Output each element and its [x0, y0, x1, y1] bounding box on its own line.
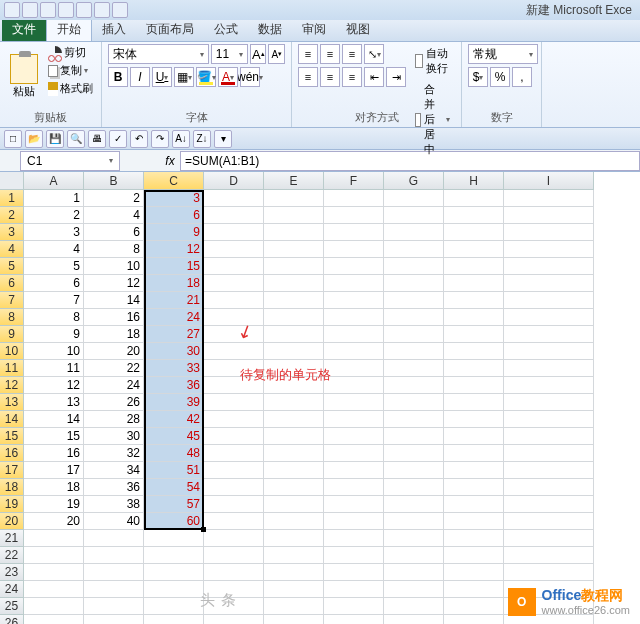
- cell[interactable]: [384, 343, 444, 360]
- cell[interactable]: 39: [144, 394, 204, 411]
- cell[interactable]: 12: [144, 241, 204, 258]
- cell[interactable]: [84, 615, 144, 624]
- cell[interactable]: [384, 190, 444, 207]
- font-name-select[interactable]: 宋体▾: [108, 44, 209, 64]
- cell[interactable]: [264, 258, 324, 275]
- cell[interactable]: [264, 428, 324, 445]
- cell[interactable]: 20: [24, 513, 84, 530]
- cell[interactable]: [384, 360, 444, 377]
- cell[interactable]: [504, 564, 594, 581]
- cell[interactable]: [444, 615, 504, 624]
- align-top-button[interactable]: ≡: [298, 44, 318, 64]
- cell[interactable]: [264, 547, 324, 564]
- cell[interactable]: 18: [24, 479, 84, 496]
- cell[interactable]: [264, 530, 324, 547]
- cell[interactable]: 16: [84, 309, 144, 326]
- cell[interactable]: [324, 207, 384, 224]
- cell[interactable]: [384, 377, 444, 394]
- cell[interactable]: [444, 360, 504, 377]
- cell[interactable]: [504, 547, 594, 564]
- cell[interactable]: [504, 292, 594, 309]
- row-header[interactable]: 4: [0, 241, 24, 258]
- cell[interactable]: 22: [84, 360, 144, 377]
- row-header[interactable]: 6: [0, 275, 24, 292]
- cell[interactable]: 11: [24, 360, 84, 377]
- cell[interactable]: [264, 241, 324, 258]
- increase-font-button[interactable]: A▴: [250, 44, 267, 64]
- cell[interactable]: 26: [84, 394, 144, 411]
- comma-button[interactable]: ,: [512, 67, 532, 87]
- cell[interactable]: [504, 496, 594, 513]
- cell[interactable]: [384, 547, 444, 564]
- row-header[interactable]: 3: [0, 224, 24, 241]
- cell[interactable]: [24, 598, 84, 615]
- cell[interactable]: [324, 377, 384, 394]
- tab-view[interactable]: 视图: [336, 18, 380, 41]
- fill-color-button[interactable]: 🪣▾: [196, 67, 216, 87]
- cell[interactable]: 34: [84, 462, 144, 479]
- tab-insert[interactable]: 插入: [92, 18, 136, 41]
- cell[interactable]: 30: [144, 343, 204, 360]
- save-icon[interactable]: 💾: [46, 130, 64, 148]
- cell[interactable]: [444, 479, 504, 496]
- cell[interactable]: 8: [84, 241, 144, 258]
- cell[interactable]: [144, 564, 204, 581]
- cell[interactable]: [444, 513, 504, 530]
- cell[interactable]: 8: [24, 309, 84, 326]
- cell[interactable]: [384, 224, 444, 241]
- cell[interactable]: [204, 547, 264, 564]
- currency-button[interactable]: $▾: [468, 67, 488, 87]
- cell[interactable]: [264, 411, 324, 428]
- cell[interactable]: [504, 224, 594, 241]
- cell[interactable]: 40: [84, 513, 144, 530]
- cell[interactable]: [264, 479, 324, 496]
- cell[interactable]: 27: [144, 326, 204, 343]
- cell[interactable]: [264, 615, 324, 624]
- row-header[interactable]: 17: [0, 462, 24, 479]
- cell[interactable]: 1: [24, 190, 84, 207]
- cell[interactable]: 10: [24, 343, 84, 360]
- align-left-button[interactable]: ≡: [298, 67, 318, 87]
- cell[interactable]: 51: [144, 462, 204, 479]
- new-icon[interactable]: □: [4, 130, 22, 148]
- cell[interactable]: 2: [84, 190, 144, 207]
- cell[interactable]: [384, 411, 444, 428]
- qat-item[interactable]: [76, 2, 92, 18]
- cell[interactable]: [444, 224, 504, 241]
- cell[interactable]: 10: [84, 258, 144, 275]
- redo-icon[interactable]: ↷: [151, 130, 169, 148]
- row-header[interactable]: 25: [0, 598, 24, 615]
- cell[interactable]: 42: [144, 411, 204, 428]
- cell[interactable]: [204, 530, 264, 547]
- cell[interactable]: [444, 190, 504, 207]
- cell[interactable]: [504, 411, 594, 428]
- cell[interactable]: 28: [84, 411, 144, 428]
- cell[interactable]: [144, 615, 204, 624]
- row-header[interactable]: 12: [0, 377, 24, 394]
- cell[interactable]: [84, 598, 144, 615]
- cell[interactable]: [504, 309, 594, 326]
- cell[interactable]: [384, 513, 444, 530]
- row-header[interactable]: 1: [0, 190, 24, 207]
- cell[interactable]: [84, 530, 144, 547]
- cell[interactable]: [264, 598, 324, 615]
- cell[interactable]: 38: [84, 496, 144, 513]
- cell[interactable]: [444, 462, 504, 479]
- cell[interactable]: [384, 428, 444, 445]
- cell[interactable]: [324, 479, 384, 496]
- cell[interactable]: [444, 394, 504, 411]
- sort-desc-icon[interactable]: Z↓: [193, 130, 211, 148]
- cell[interactable]: 24: [144, 309, 204, 326]
- row-header[interactable]: 8: [0, 309, 24, 326]
- cell[interactable]: [144, 547, 204, 564]
- cell[interactable]: 6: [24, 275, 84, 292]
- cell[interactable]: [384, 275, 444, 292]
- cell[interactable]: [24, 615, 84, 624]
- cell[interactable]: [144, 530, 204, 547]
- cell[interactable]: [24, 530, 84, 547]
- cell[interactable]: [204, 190, 264, 207]
- row-header[interactable]: 22: [0, 547, 24, 564]
- column-header[interactable]: F: [324, 172, 384, 190]
- cell[interactable]: [324, 615, 384, 624]
- wrap-text-button[interactable]: 自动换行: [410, 44, 455, 78]
